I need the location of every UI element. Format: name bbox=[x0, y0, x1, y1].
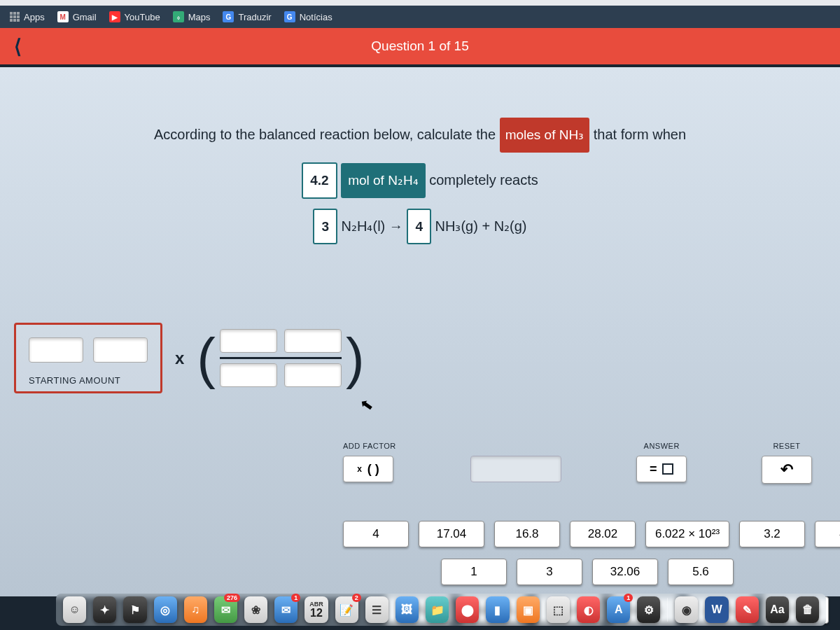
bookmark-youtube[interactable]: ▶ YouTube bbox=[109, 11, 160, 22]
safari-icon[interactable]: ◎ bbox=[154, 596, 177, 623]
prompt-text-2b: completely reacts bbox=[429, 172, 538, 188]
photos-icon[interactable]: ❀ bbox=[244, 596, 267, 623]
paren-left: ( bbox=[197, 336, 216, 381]
tile-avogadro[interactable]: 6.022 × 10²³ bbox=[645, 521, 729, 547]
bookmark-maps-label: Maps bbox=[188, 12, 211, 22]
tile-3-2[interactable]: 3.2 bbox=[739, 521, 805, 547]
tile-4[interactable]: 4 bbox=[343, 521, 409, 547]
tile-1[interactable]: 1 bbox=[441, 559, 507, 585]
messages-badge: 276 bbox=[224, 594, 240, 602]
answer-button[interactable]: = bbox=[636, 456, 687, 482]
bookmark-noticias-label: Notícias bbox=[300, 12, 332, 22]
mail-icon[interactable]: ✉1 bbox=[274, 596, 298, 623]
reset-label: RESET bbox=[762, 442, 812, 450]
bookmark-gmail-label: Gmail bbox=[73, 12, 97, 22]
app-icon-red[interactable]: ⬤ bbox=[456, 596, 479, 623]
macos-dock: ☺ ✦ ⚑ ◎ ♫ ✉276 ❀ ✉1 ABR 12 📝2 ☰ 🖼 📁 ⬤ ▮ … bbox=[56, 594, 826, 626]
itunes-icon[interactable]: ♫ bbox=[184, 596, 207, 623]
numerator-unit-slot[interactable] bbox=[284, 329, 342, 353]
coef-1: 3 bbox=[313, 209, 337, 245]
work-area: STARTING AMOUNT x ( ) bbox=[14, 323, 365, 393]
answer-box-icon bbox=[662, 463, 673, 475]
notes-icon[interactable]: 📝2 bbox=[335, 596, 358, 623]
maps-icon: ⬨ bbox=[173, 11, 184, 22]
starting-value-slot[interactable] bbox=[29, 337, 83, 363]
add-factor-button[interactable]: x ( ) bbox=[343, 456, 393, 482]
news-icon: G bbox=[284, 11, 295, 22]
question-title: Question 1 of 15 bbox=[371, 38, 468, 54]
question-prompt: According to the balanced reaction below… bbox=[0, 67, 840, 244]
finder-icon[interactable]: ☺ bbox=[63, 596, 86, 623]
reset-button[interactable]: ↶ bbox=[762, 456, 812, 484]
dock-separator bbox=[667, 598, 668, 622]
bookmarks-bar: Apps M Gmail ▶ YouTube ⬨ Maps G Traduzir… bbox=[0, 6, 840, 28]
app-icon-grey[interactable]: ⬚ bbox=[547, 596, 570, 623]
folder-icon-1[interactable]: 📁 bbox=[426, 596, 449, 623]
products-text: NH₃(g) + N₂(g) bbox=[435, 218, 527, 234]
bookmark-apps-label: Apps bbox=[24, 12, 45, 22]
appstore-badge: 1 bbox=[624, 594, 633, 602]
bookmark-apps[interactable]: Apps bbox=[10, 12, 45, 22]
add-factor-x: x bbox=[357, 464, 362, 474]
answer-group: ANSWER = bbox=[636, 442, 687, 484]
placeholder-slot[interactable] bbox=[470, 456, 561, 482]
bookmark-maps[interactable]: ⬨ Maps bbox=[173, 11, 211, 22]
answer-label: ANSWER bbox=[636, 442, 687, 450]
bookmark-noticias[interactable]: G Notícias bbox=[284, 11, 332, 22]
reminders-icon[interactable]: ☰ bbox=[365, 596, 388, 623]
denominator-unit-slot[interactable] bbox=[284, 363, 342, 387]
tile-3[interactable]: 3 bbox=[517, 559, 582, 585]
tile-4-2[interactable]: 4.2 bbox=[815, 521, 840, 547]
fraction bbox=[220, 329, 342, 387]
app-icon-orange[interactable]: ▣ bbox=[517, 596, 540, 623]
bookmark-gmail[interactable]: M Gmail bbox=[57, 11, 97, 22]
back-button[interactable]: ⟨ bbox=[0, 35, 36, 58]
fraction-bar bbox=[220, 357, 342, 359]
app-icon-blue[interactable]: ▮ bbox=[486, 596, 509, 623]
tile-row-2: 1 3 32.06 5.6 bbox=[441, 559, 819, 585]
reader-icon[interactable]: Aa bbox=[766, 596, 789, 623]
conversion-factor: ( ) bbox=[197, 329, 364, 387]
reactant-text: N₂H₄(l) → bbox=[342, 218, 403, 234]
given-value-box: 4.2 bbox=[302, 162, 337, 199]
reset-group: RESET ↶ bbox=[762, 442, 812, 484]
tile-16-8[interactable]: 16.8 bbox=[494, 521, 560, 547]
translate-icon: G bbox=[223, 11, 234, 22]
add-factor-group: ADD FACTOR x ( ) bbox=[343, 442, 396, 484]
chrome-icon[interactable]: ◉ bbox=[675, 596, 698, 623]
chip-target: moles of NH₃ bbox=[500, 118, 590, 153]
undo-icon: ↶ bbox=[780, 461, 793, 479]
numerator-value-slot[interactable] bbox=[220, 329, 277, 353]
cursor-icon: ⬉ bbox=[359, 396, 374, 416]
notes-badge: 2 bbox=[352, 594, 361, 602]
controls-row: ADD FACTOR x ( ) ANSWER = RESET ↶ bbox=[343, 442, 812, 484]
tile-17-04[interactable]: 17.04 bbox=[419, 521, 484, 547]
tile-32-06[interactable]: 32.06 bbox=[592, 559, 658, 585]
tile-5-6[interactable]: 5.6 bbox=[668, 559, 734, 585]
gmail-icon: M bbox=[57, 11, 69, 22]
tile-row-1: 4 17.04 16.8 28.02 6.022 × 10²³ 3.2 4.2 bbox=[343, 521, 819, 547]
denominator-value-slot[interactable] bbox=[220, 363, 277, 387]
starting-unit-slot[interactable] bbox=[93, 337, 148, 363]
preview-icon[interactable]: 🖼 bbox=[396, 596, 419, 623]
mail-badge: 1 bbox=[291, 594, 300, 602]
question-header: ⟨ Question 1 of 15 bbox=[0, 28, 840, 64]
mission-control-icon[interactable]: ⚑ bbox=[123, 596, 146, 623]
messages-icon[interactable]: ✉276 bbox=[214, 596, 237, 623]
tile-28-02[interactable]: 28.02 bbox=[570, 521, 636, 547]
prompt-text-1b: that form when bbox=[594, 127, 686, 142]
settings-icon[interactable]: ⚙ bbox=[637, 596, 660, 623]
equals-sign: = bbox=[650, 462, 657, 477]
starting-amount-box[interactable]: STARTING AMOUNT bbox=[14, 323, 162, 393]
appstore-icon[interactable]: A1 bbox=[607, 596, 630, 623]
calendar-icon[interactable]: ABR 12 bbox=[304, 596, 328, 623]
trash-icon[interactable]: 🗑 bbox=[796, 596, 819, 623]
content-area: According to the balanced reaction below… bbox=[0, 67, 840, 596]
launchpad-icon[interactable]: ✦ bbox=[93, 596, 116, 623]
word-icon[interactable]: W bbox=[705, 596, 728, 623]
avast-icon[interactable]: ◐ bbox=[577, 596, 600, 623]
youtube-icon: ▶ bbox=[109, 11, 120, 22]
prompt-text-1a: According to the balanced reaction below… bbox=[154, 127, 496, 142]
acrobat-icon[interactable]: ✎ bbox=[736, 596, 759, 623]
bookmark-traduzir[interactable]: G Traduzir bbox=[223, 11, 271, 22]
